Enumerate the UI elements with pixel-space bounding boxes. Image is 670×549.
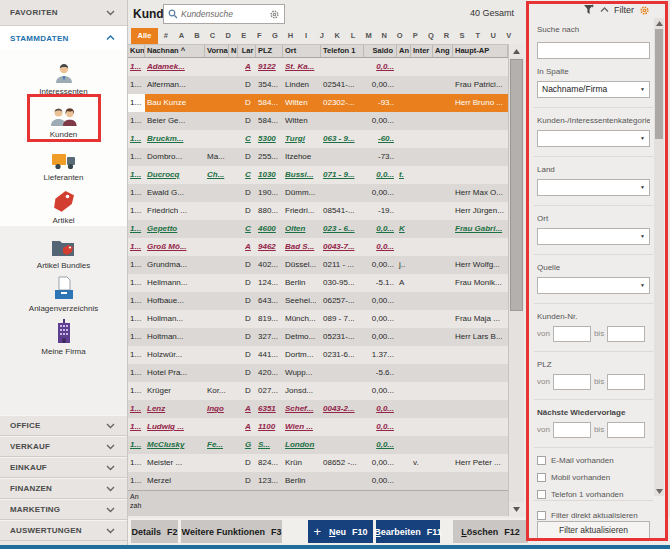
alphabet-tab-v[interactable]: V xyxy=(501,28,517,44)
alphabet-tab-#[interactable]: # xyxy=(158,28,174,44)
column-header-haupt_ap[interactable]: Haupt-AP xyxy=(453,45,508,57)
alphabet-tab-b[interactable]: B xyxy=(189,28,205,44)
table-row[interactable]: 1...Bruckm...C5300Turgi063 - 9...-60.. xyxy=(128,130,508,148)
table-row[interactable]: 1...Friedrich ...D880...Friedri...08541-… xyxy=(128,202,508,220)
sidebar-section-favoriten[interactable]: FAVORITEN xyxy=(0,0,127,26)
alphabet-tab-s[interactable]: S xyxy=(454,28,470,44)
kategorie-select[interactable]: ▼ xyxy=(537,130,650,147)
in-spalte-select[interactable]: Nachname/Firma▼ xyxy=(537,81,650,98)
table-row[interactable]: 1...Meister ...D824...Krün08652 -...0,00… xyxy=(128,454,508,472)
sidebar-section-verkauf[interactable]: VERKAUF xyxy=(0,436,127,457)
alphabet-tab-t[interactable]: T xyxy=(470,28,486,44)
table-row[interactable]: 1...Holtman...D327...Detmo...05231-...0,… xyxy=(128,328,508,346)
wiedervorlage-von-input[interactable] xyxy=(553,422,591,438)
alphabet-tab-l[interactable]: L xyxy=(345,28,361,44)
table-row[interactable]: 1...McCluskyFe...GS...London0,0... xyxy=(128,436,508,454)
column-header-an[interactable]: An xyxy=(397,45,411,57)
column-header-saldo[interactable]: Saldo xyxy=(364,45,397,57)
alphabet-tab-r[interactable]: R xyxy=(439,28,455,44)
kundennr-bis-input[interactable] xyxy=(607,326,645,342)
column-header-vorname[interactable]: Vorna xyxy=(205,45,229,57)
checkbox-email-vorhanden[interactable]: E-Mail vorhanden xyxy=(537,456,650,465)
alphabet-tab-p[interactable]: P xyxy=(408,28,424,44)
suche-nach-input[interactable] xyxy=(537,42,650,59)
search-input[interactable] xyxy=(181,9,266,19)
column-header-plz[interactable]: PLZ xyxy=(256,45,283,57)
sidebar-section-einkauf[interactable]: EINKAUF xyxy=(0,457,127,478)
column-header-inter[interactable]: Inter xyxy=(411,45,433,57)
table-row[interactable]: 1...Adamek...A9122St. Ka...0,0... xyxy=(128,58,508,76)
table-row[interactable]: 1...Dombro...Ma...D255...Itzehoe-73.. xyxy=(128,148,508,166)
alphabet-tab-k[interactable]: K xyxy=(330,28,346,44)
scroll-up-button[interactable] xyxy=(509,44,524,58)
sidebar-item-interessenten[interactable]: Interessenten xyxy=(0,56,127,99)
kundennr-von-input[interactable] xyxy=(553,326,591,342)
table-row[interactable]: 1...Alferman...D354...Linden02541-...0,0… xyxy=(128,76,508,94)
table-row[interactable]: 1...Holzwür...D441...Dortm...0231-6...1.… xyxy=(128,346,508,364)
scroll-up-button[interactable] xyxy=(654,18,664,28)
action-button-neu[interactable]: +NeuF10 xyxy=(308,520,373,543)
sidebar-section-stammdaten[interactable]: STAMMDATEN xyxy=(0,26,127,50)
alphabet-tab-o[interactable]: O xyxy=(392,28,408,44)
table-row[interactable]: 1...Bau KunzeD584...Witten02302-...-93..… xyxy=(128,94,508,112)
ort-select[interactable]: ▼ xyxy=(537,228,650,245)
sidebar-item-artikel-bundles[interactable]: Artikel Bundles xyxy=(0,230,127,273)
alphabet-tab-a[interactable]: A xyxy=(174,28,190,44)
column-header-n[interactable]: N xyxy=(229,45,238,57)
column-header-ort[interactable]: Ort xyxy=(283,45,321,57)
table-row[interactable]: 1...Ludwig ...A1100Wien ...0,0... xyxy=(128,418,508,436)
alphabet-tab-h[interactable]: H xyxy=(283,28,299,44)
scrollbar-thumb[interactable] xyxy=(510,59,523,311)
checkbox-telefon1-vorhanden[interactable]: Telefon 1 vorhanden xyxy=(537,490,650,499)
filter-panel-scrollbar[interactable] xyxy=(654,18,664,496)
table-row[interactable]: 1...Beier Ge...D584...Witten0,00... xyxy=(128,112,508,130)
land-select[interactable]: ▼ xyxy=(537,179,650,196)
action-button-bearbeiten[interactable]: BearbeitenF11 xyxy=(376,520,440,543)
scrollbar-thumb[interactable] xyxy=(655,29,663,139)
alphabet-tab-m[interactable]: M xyxy=(361,28,377,44)
sidebar-section-finanzen[interactable]: FINANZEN xyxy=(0,478,127,499)
alphabet-tab-e[interactable]: E xyxy=(236,28,252,44)
checkbox-mobil-vorhanden[interactable]: Mobil vorhanden xyxy=(537,473,650,482)
table-row[interactable]: 1...Hollman...D819...Münch...089 - 7...0… xyxy=(128,310,508,328)
scroll-down-button[interactable] xyxy=(509,502,524,516)
alphabet-tab-j[interactable]: J xyxy=(314,28,330,44)
alphabet-tab-f[interactable]: F xyxy=(252,28,268,44)
column-header-lar[interactable]: Lar xyxy=(238,45,256,57)
alphabet-tab-g[interactable]: G xyxy=(267,28,283,44)
action-button-l-schen[interactable]: LöschenF12 xyxy=(453,520,528,543)
table-row[interactable]: 1...GepettoC4600Olten023 - 6...0,0...KFr… xyxy=(128,220,508,238)
alphabet-tab-i[interactable]: I xyxy=(298,28,314,44)
gear-icon[interactable] xyxy=(269,9,280,20)
table-row[interactable]: 1...KrügerKor...D027...Jonsd...0,00... xyxy=(128,382,508,400)
sidebar-item-kunden[interactable]: Kunden xyxy=(0,99,127,142)
plz-bis-input[interactable] xyxy=(607,374,645,390)
sidebar-item-anlagenverzeichnis[interactable]: Anlagenverzeichnis xyxy=(0,273,127,316)
table-row[interactable]: 1...Groß Mö...A9462Bad S...0043-7...0,0.… xyxy=(128,238,508,256)
action-button-details[interactable]: DetailsF2 xyxy=(131,520,178,543)
alphabet-tab-c[interactable]: C xyxy=(205,28,221,44)
sidebar-item-artikel[interactable]: Artikel xyxy=(0,185,127,228)
table-row[interactable]: 1...LenzIngoA6351Schef...0043-2...0,0... xyxy=(128,400,508,418)
sidebar-item-meine-firma[interactable]: Meine Firma xyxy=(0,316,127,359)
column-header-telefon[interactable]: Telefon 1 xyxy=(321,45,364,57)
alphabet-tab-u[interactable]: U xyxy=(485,28,501,44)
sidebar-section-marketing[interactable]: MARKETING xyxy=(0,499,127,520)
sidebar-section-office[interactable]: OFFICE xyxy=(0,415,127,436)
alphabet-tab-alle[interactable]: Alle xyxy=(131,28,158,44)
table-scrollbar[interactable] xyxy=(508,44,524,516)
checkbox-filter-direkt[interactable]: Filter direkt aktualisieren xyxy=(537,511,638,520)
filter-settings-gear-icon[interactable] xyxy=(639,5,650,16)
table-row[interactable]: 1...DucrocqCh...C1030Bussi...071 - 9...0… xyxy=(128,166,508,184)
alphabet-tab-q[interactable]: Q xyxy=(423,28,439,44)
sidebar-section-auswertungen[interactable]: AUSWERTUNGEN xyxy=(0,520,127,541)
alphabet-tab-d[interactable]: D xyxy=(220,28,236,44)
plz-von-input[interactable] xyxy=(553,374,591,390)
table-row[interactable]: 1...MerzelD123...Berlin0,00... xyxy=(128,472,508,490)
chevron-up-icon[interactable] xyxy=(600,7,609,13)
sidebar-item-lieferanten[interactable]: Lieferanten xyxy=(0,142,127,185)
column-header-ang[interactable]: Ang xyxy=(433,45,453,57)
action-button-weitere-funktionen[interactable]: Weitere FunktionenF3 xyxy=(181,520,282,543)
column-header-kun[interactable]: Kun xyxy=(128,45,145,57)
table-row[interactable]: 1...Ewald G...D190...Dümm...0,00...Herr … xyxy=(128,184,508,202)
